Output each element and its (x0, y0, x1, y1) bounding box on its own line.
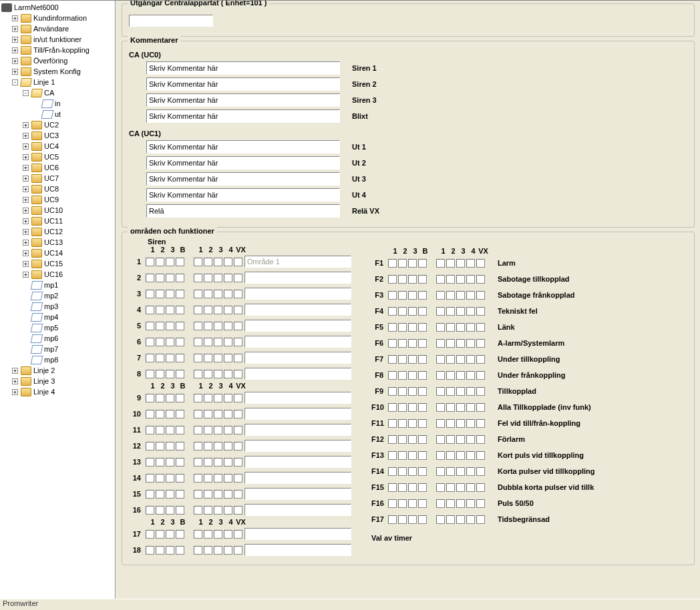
checkbox[interactable] (466, 259, 475, 268)
checkbox[interactable] (204, 354, 212, 362)
checkbox[interactable] (146, 322, 154, 330)
checkbox[interactable] (408, 275, 417, 284)
checkbox[interactable] (456, 419, 465, 428)
checkbox[interactable] (176, 474, 184, 483)
checkbox[interactable] (224, 458, 232, 467)
checkbox[interactable] (166, 394, 174, 402)
checkbox[interactable] (398, 499, 407, 508)
checkbox[interactable] (234, 338, 242, 346)
area-name-input[interactable] (244, 392, 351, 404)
comment-input[interactable] (146, 93, 340, 107)
checkbox[interactable] (176, 370, 184, 378)
checkbox[interactable] (436, 435, 445, 444)
checkbox[interactable] (176, 322, 184, 330)
checkbox[interactable] (234, 306, 242, 314)
checkbox[interactable] (234, 370, 242, 378)
tree-row[interactable]: mp8 (23, 354, 115, 365)
comment-input[interactable] (146, 172, 340, 186)
checkbox[interactable] (156, 274, 164, 282)
checkbox[interactable] (398, 371, 407, 380)
checkbox[interactable] (476, 451, 485, 460)
checkbox[interactable] (156, 370, 164, 378)
checkbox[interactable] (408, 419, 417, 428)
checkbox[interactable] (156, 474, 164, 483)
checkbox[interactable] (166, 410, 174, 418)
checkbox[interactable] (388, 339, 397, 348)
checkbox[interactable] (476, 275, 485, 284)
checkbox[interactable] (446, 259, 455, 268)
tree-expander[interactable]: - (12, 79, 18, 85)
checkbox[interactable] (146, 506, 154, 515)
checkbox[interactable] (398, 451, 407, 460)
checkbox[interactable] (166, 306, 174, 314)
area-name-input[interactable] (244, 304, 351, 316)
area-name-input[interactable] (244, 424, 351, 436)
area-name-input[interactable] (244, 256, 351, 268)
checkbox[interactable] (418, 499, 427, 508)
checkbox[interactable] (194, 474, 202, 483)
checkbox[interactable] (234, 258, 242, 266)
tree-row[interactable]: mp5 (23, 322, 115, 333)
checkbox[interactable] (398, 467, 407, 476)
checkbox[interactable] (214, 442, 222, 450)
tree-row[interactable]: +Kundinformation (12, 13, 115, 23)
checkbox[interactable] (146, 338, 154, 346)
checkbox[interactable] (176, 506, 184, 515)
tree-row[interactable]: +Linje 2 (12, 365, 115, 376)
checkbox[interactable] (156, 506, 164, 515)
checkbox[interactable] (224, 530, 232, 539)
checkbox[interactable] (456, 323, 465, 332)
checkbox[interactable] (166, 338, 174, 346)
checkbox[interactable] (456, 291, 465, 300)
checkbox[interactable] (146, 458, 154, 467)
checkbox[interactable] (476, 403, 485, 412)
tree-expander[interactable]: + (23, 208, 29, 214)
checkbox[interactable] (408, 499, 417, 508)
checkbox[interactable] (194, 274, 202, 282)
checkbox[interactable] (398, 515, 407, 524)
checkbox[interactable] (436, 259, 445, 268)
checkbox[interactable] (204, 274, 212, 282)
checkbox[interactable] (456, 483, 465, 492)
tree-row[interactable]: +Linje 4 (12, 386, 115, 397)
tree-expander[interactable]: + (12, 69, 18, 75)
checkbox[interactable] (194, 338, 202, 346)
tree-row[interactable]: +UC9 (23, 194, 115, 205)
tree-row[interactable]: +Till/Från-koppling (12, 45, 115, 55)
checkbox[interactable] (176, 490, 184, 499)
tree-row[interactable]: +System Konfig (12, 66, 115, 77)
area-name-input[interactable] (244, 368, 351, 380)
checkbox[interactable] (446, 371, 455, 380)
tree-expander[interactable]: + (23, 143, 29, 149)
checkbox[interactable] (214, 306, 222, 314)
checkbox[interactable] (156, 306, 164, 314)
checkbox[interactable] (388, 499, 397, 508)
tree-row[interactable]: ut (33, 109, 115, 119)
checkbox[interactable] (408, 435, 417, 444)
tree-row[interactable]: +UC3 (23, 130, 115, 141)
checkbox[interactable] (418, 259, 427, 268)
tree-expander[interactable]: + (12, 58, 18, 64)
area-name-input[interactable] (244, 504, 351, 516)
checkbox[interactable] (476, 515, 485, 524)
checkbox[interactable] (466, 339, 475, 348)
tree-expander[interactable]: + (23, 229, 29, 235)
tree-row[interactable]: +UC14 (23, 248, 115, 258)
checkbox[interactable] (166, 530, 174, 539)
comment-input[interactable] (146, 77, 340, 91)
tree-expander[interactable]: + (23, 133, 29, 139)
checkbox[interactable] (476, 307, 485, 316)
tree-row[interactable]: mp1 (23, 280, 115, 290)
comment-input[interactable] (146, 204, 340, 218)
checkbox[interactable] (466, 515, 475, 524)
checkbox[interactable] (146, 274, 154, 282)
checkbox[interactable] (166, 442, 174, 450)
checkbox[interactable] (446, 499, 455, 508)
checkbox[interactable] (398, 387, 407, 396)
checkbox[interactable] (476, 339, 485, 348)
checkbox[interactable] (446, 339, 455, 348)
tree-row[interactable]: +UC4 (23, 141, 115, 151)
checkbox[interactable] (156, 546, 164, 555)
checkbox[interactable] (214, 354, 222, 362)
checkbox[interactable] (418, 403, 427, 412)
